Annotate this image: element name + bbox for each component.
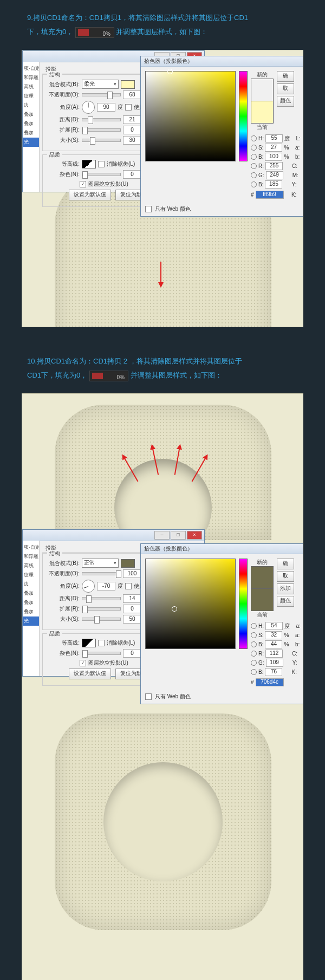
noise-value[interactable]: 0 bbox=[123, 649, 141, 658]
b-radio[interactable] bbox=[251, 641, 257, 647]
knockout-check[interactable]: ✓ bbox=[80, 181, 86, 187]
web-only-check[interactable] bbox=[145, 693, 152, 700]
opacity-value[interactable]: 100 bbox=[123, 569, 141, 578]
size-value[interactable]: 50 bbox=[123, 615, 141, 624]
angle-value[interactable]: 90 bbox=[97, 103, 115, 112]
s-radio[interactable] bbox=[251, 145, 257, 151]
sidebar-item[interactable]: 叠加 bbox=[23, 607, 39, 616]
h-value[interactable]: 55 bbox=[265, 134, 283, 142]
s-value[interactable]: 32 bbox=[265, 631, 282, 639]
set-default-button[interactable]: 设置为默认值 bbox=[69, 669, 111, 679]
sidebar-item[interactable]: 和浮雕 bbox=[23, 552, 39, 561]
shadow-color-swatch[interactable] bbox=[121, 80, 135, 89]
spread-value[interactable]: 0 bbox=[123, 605, 141, 613]
bb-value[interactable]: 185 bbox=[265, 180, 282, 189]
hex-value[interactable]: 706d4c bbox=[256, 678, 284, 686]
window-close-button[interactable]: × bbox=[187, 531, 202, 540]
sidebar-item[interactable]: 叠加 bbox=[23, 589, 39, 598]
sidebar-item[interactable]: 高线 bbox=[23, 82, 39, 92]
size-value[interactable]: 30 bbox=[123, 136, 141, 145]
add-button[interactable]: 添加 bbox=[277, 583, 294, 594]
sv-field[interactable] bbox=[145, 559, 236, 649]
sidebar-item[interactable]: 和浮雕 bbox=[23, 73, 39, 82]
sidebar-item[interactable]: 叠加 bbox=[23, 128, 39, 138]
b-radio[interactable] bbox=[251, 154, 257, 160]
opacity-value[interactable]: 68 bbox=[123, 90, 141, 99]
new-label: 新的 bbox=[251, 71, 274, 79]
ok-button[interactable]: 确 bbox=[277, 559, 294, 569]
antialias-check[interactable] bbox=[98, 640, 105, 646]
size-slider[interactable] bbox=[82, 618, 121, 621]
r-radio[interactable] bbox=[251, 163, 257, 169]
sidebar-item-selected[interactable]: 光 bbox=[23, 138, 39, 147]
set-default-button[interactable]: 设置为默认值 bbox=[69, 190, 111, 200]
knockout-check[interactable]: ✓ bbox=[80, 660, 86, 666]
h-value[interactable]: 54 bbox=[265, 622, 283, 630]
s-value[interactable]: 27 bbox=[265, 144, 282, 152]
contour-swatch[interactable] bbox=[82, 160, 96, 168]
g-radio[interactable] bbox=[251, 172, 257, 178]
distance-value[interactable]: 21 bbox=[123, 115, 141, 124]
noise-slider[interactable] bbox=[82, 652, 121, 655]
sidebar-item[interactable]: 纹理 bbox=[23, 92, 39, 101]
blend-mode-combo[interactable]: 柔光 bbox=[82, 80, 119, 89]
cancel-button[interactable]: 取 bbox=[277, 83, 294, 94]
size-slider[interactable] bbox=[82, 139, 121, 142]
sidebar-item[interactable]: 项-自定 bbox=[23, 64, 39, 73]
lib-button[interactable]: 颜色 bbox=[277, 96, 294, 107]
h-radio[interactable] bbox=[251, 623, 257, 629]
blend-mode-combo[interactable]: 正常 bbox=[82, 559, 119, 568]
window-minimize-button[interactable]: – bbox=[154, 531, 170, 540]
r-radio[interactable] bbox=[251, 651, 257, 657]
sidebar-item[interactable]: 叠加 bbox=[23, 598, 39, 607]
spread-value[interactable]: 0 bbox=[123, 126, 141, 134]
spread-slider[interactable] bbox=[82, 607, 121, 611]
shadow-color-swatch[interactable] bbox=[121, 559, 135, 568]
distance-value[interactable]: 14 bbox=[123, 594, 141, 603]
r-value[interactable]: 255 bbox=[265, 162, 283, 170]
sidebar-item[interactable]: 边 bbox=[23, 101, 39, 110]
sidebar-item[interactable]: 叠加 bbox=[23, 110, 39, 119]
cancel-button[interactable]: 取 bbox=[277, 571, 294, 582]
angle-dial[interactable] bbox=[82, 101, 95, 114]
angle-value[interactable]: -70 bbox=[97, 582, 115, 590]
b-value[interactable]: 44 bbox=[265, 640, 282, 648]
s-radio[interactable] bbox=[251, 632, 257, 638]
distance-slider[interactable] bbox=[82, 597, 121, 600]
antialias-check[interactable] bbox=[98, 161, 105, 167]
bb-radio[interactable] bbox=[251, 181, 257, 187]
hue-slider[interactable] bbox=[239, 559, 248, 649]
h-radio[interactable] bbox=[251, 135, 257, 141]
contour-swatch[interactable] bbox=[82, 639, 96, 647]
sidebar-item-selected[interactable]: 光 bbox=[23, 616, 39, 626]
sidebar-item[interactable]: 纹理 bbox=[23, 570, 39, 580]
distance-slider[interactable] bbox=[82, 118, 121, 121]
g-radio[interactable] bbox=[251, 660, 257, 666]
r-value[interactable]: 112 bbox=[265, 650, 283, 658]
sv-field[interactable] bbox=[145, 71, 236, 161]
noise-value[interactable]: 0 bbox=[123, 170, 141, 179]
g-value[interactable]: 109 bbox=[266, 659, 283, 667]
sidebar-item[interactable]: 叠加 bbox=[23, 119, 39, 128]
use-global-check[interactable] bbox=[125, 104, 132, 111]
lib-button[interactable]: 颜色 bbox=[277, 596, 294, 607]
window-maximize-button[interactable]: □ bbox=[171, 531, 186, 540]
web-only-check[interactable] bbox=[145, 206, 152, 212]
sidebar-item[interactable]: 项-自定 bbox=[23, 543, 39, 552]
sidebar-item[interactable]: 高线 bbox=[23, 561, 39, 570]
opacity-slider[interactable] bbox=[82, 572, 121, 575]
hex-value[interactable]: fff9b9 bbox=[256, 191, 284, 199]
bb-value[interactable]: 76 bbox=[265, 668, 282, 676]
bb-radio[interactable] bbox=[251, 669, 257, 675]
use-global-check[interactable] bbox=[125, 583, 132, 589]
hue-slider[interactable] bbox=[239, 71, 248, 161]
spread-slider[interactable] bbox=[82, 128, 121, 132]
angle-dial[interactable] bbox=[82, 580, 95, 593]
b-value[interactable]: 100 bbox=[265, 153, 282, 161]
g-value[interactable]: 249 bbox=[266, 171, 283, 179]
screenshot-step9: – □ × 项-自定 和浮雕 高线 纹理 边 叠加 叠加 叠加 光 bbox=[22, 50, 303, 327]
noise-slider[interactable] bbox=[82, 173, 121, 176]
sidebar-item[interactable]: 边 bbox=[23, 580, 39, 589]
opacity-slider[interactable] bbox=[82, 93, 121, 96]
ok-button[interactable]: 确 bbox=[277, 71, 294, 82]
